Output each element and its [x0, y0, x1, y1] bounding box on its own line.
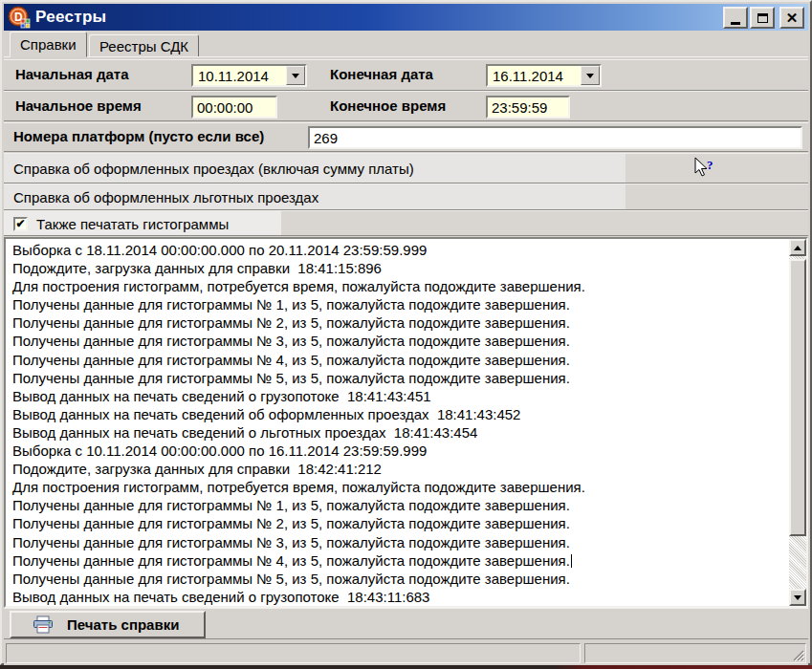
tab-spravki[interactable]: Справки — [10, 32, 87, 57]
maximize-button[interactable] — [750, 7, 775, 29]
status-panel-right — [584, 643, 806, 663]
end-date-combo[interactable]: 16.11.2014 — [486, 64, 602, 87]
arrow-up-icon — [794, 246, 801, 250]
log-line: Получены данные для гистограммы № 1, из … — [12, 496, 787, 514]
print-report-label: Печать справки — [67, 616, 179, 633]
print-histograms-checkbox[interactable]: ✔ — [13, 217, 28, 231]
log-line: Выборка с 18.11.2014 00:00:00.000 по 20.… — [12, 241, 787, 259]
end-date-value: 16.11.2014 — [493, 68, 563, 84]
tab-label: Реестры СДК — [99, 38, 188, 54]
dates-band: Начальная дата 10.11.2014 Конечная дата … — [4, 59, 808, 91]
checkmark-icon: ✔ — [15, 218, 25, 229]
log-line: Подождите, загрузка данных для справки 1… — [12, 460, 787, 478]
report-row-discount-trips[interactable]: Справка об оформленных льготных проездах — [4, 183, 808, 210]
log-line: Получены данные для гистограммы № 3, из … — [12, 332, 787, 350]
scroll-down-button[interactable] — [789, 589, 806, 606]
vertical-scrollbar[interactable] — [789, 239, 806, 606]
start-time-input[interactable] — [191, 96, 277, 119]
start-date-value: 10.11.2014 — [198, 68, 269, 84]
platforms-input[interactable] — [308, 126, 802, 149]
printer-icon — [33, 615, 54, 634]
tab-label: Справки — [20, 36, 77, 53]
minimize-icon — [731, 22, 740, 25]
minimize-button[interactable] — [723, 7, 748, 29]
arrow-down-icon — [794, 595, 801, 600]
log-line: Получены данные для гистограммы № 3, из … — [12, 533, 787, 551]
desktop-background-strip — [0, 665, 812, 669]
log-line: Получены данные для гистограммы № 2, из … — [12, 313, 787, 332]
times-band: Начальное время Конечное время — [4, 91, 808, 121]
chevron-down-icon — [586, 74, 594, 78]
app-window: D Реестры ✕ Справки Реестры СДК Начальна… — [0, 0, 812, 665]
platforms-band: Номера платформ (пусто если все) — [4, 122, 808, 152]
log-line: Вывод данных на печать сведений о грузоп… — [12, 588, 787, 606]
log-line: Вывод данных на печать сведений о льготн… — [12, 423, 787, 442]
start-date-dropdown-button[interactable] — [286, 66, 305, 85]
start-time-label: Начальное время — [15, 97, 142, 114]
report-row-trips-with-payment[interactable]: Справка об оформленных проездах (включая… — [4, 153, 808, 183]
print-report-button[interactable]: Печать справки — [10, 611, 206, 638]
end-date-dropdown-button[interactable] — [581, 66, 600, 85]
log-output[interactable]: Выборка с 18.11.2014 00:00:00.000 по 20.… — [4, 237, 808, 608]
histograms-band: ✔ Также печатать гистограммы — [4, 210, 808, 236]
log-line: Выборка с 10.11.2014 00:00:00.000 по 16.… — [12, 442, 787, 460]
resize-grip-icon[interactable] — [792, 649, 804, 661]
window-title: Реестры — [35, 8, 106, 27]
end-time-label: Конечное время — [330, 97, 446, 114]
start-date-combo[interactable]: 10.11.2014 — [191, 64, 307, 87]
close-icon: ✕ — [786, 11, 799, 25]
platforms-label: Номера платформ (пусто если все) — [13, 128, 264, 144]
log-line: Получены данные для гистограммы № 5, из … — [12, 570, 787, 588]
log-lines: Выборка с 18.11.2014 00:00:00.000 по 20.… — [6, 241, 787, 606]
status-panel-left — [6, 643, 581, 663]
log-line: Получены данные для гистограммы № 5, из … — [12, 369, 787, 387]
log-line: Вывод данных на печать сведений о грузоп… — [12, 387, 787, 405]
report-label: Справка об оформленных проездах (включая… — [13, 161, 414, 177]
log-line: Получены данные для гистограммы № 4, из … — [12, 351, 787, 369]
end-time-input[interactable] — [486, 96, 570, 119]
log-line: Вывод данных на печать сведений об оформ… — [12, 405, 787, 423]
log-line: Подождите, загрузка данных для справки 1… — [12, 259, 787, 277]
titlebar[interactable]: D Реестры ✕ — [4, 4, 808, 31]
report-label: Справка об оформленных льготных проездах — [13, 189, 318, 205]
tab-underline — [4, 56, 808, 57]
svg-text:?: ? — [707, 158, 713, 172]
chevron-down-icon — [292, 74, 299, 78]
help-cursor-icon: ? — [694, 157, 717, 182]
close-button[interactable]: ✕ — [779, 7, 804, 29]
tab-reestry-sdk[interactable]: Реестры СДК — [89, 34, 199, 57]
log-line: Получены данные для гистограммы № 4, из … — [12, 551, 787, 570]
log-line: Получены данные для гистограммы № 2, из … — [12, 514, 787, 532]
tabbar: Справки Реестры СДК — [4, 31, 808, 57]
print-histograms-label: Также печатать гистограммы — [36, 215, 229, 231]
scrollbar-thumb[interactable] — [789, 259, 806, 536]
log-line: Для построения гистограмм, потребуется в… — [12, 478, 787, 496]
scroll-up-button[interactable] — [789, 239, 806, 256]
end-date-label: Конечная дата — [330, 66, 433, 82]
log-line: Для построения гистограмм, потребуется в… — [12, 277, 787, 295]
maximize-icon — [757, 13, 768, 23]
log-line: Получены данные для гистограммы № 1, из … — [12, 295, 787, 313]
start-date-label: Начальная дата — [15, 66, 128, 82]
statusbar — [4, 640, 808, 665]
app-icon: D — [8, 6, 31, 29]
